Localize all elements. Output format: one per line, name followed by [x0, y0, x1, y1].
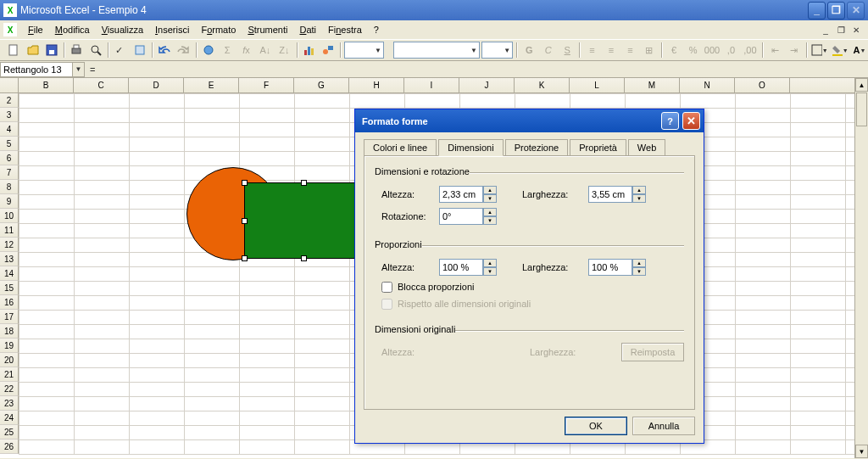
menu-strumenti[interactable]: Strumenti: [242, 23, 293, 36]
resize-handle-n[interactable]: [301, 180, 307, 186]
col-header-J[interactable]: J: [459, 78, 515, 92]
menu-modifica[interactable]: Modifica: [49, 23, 96, 36]
height-spinner[interactable]: ▲▼: [439, 186, 497, 203]
row-header-26[interactable]: 26: [0, 439, 19, 454]
row-header-7[interactable]: 7: [0, 165, 19, 180]
menu-file[interactable]: File: [22, 23, 49, 36]
zoom-combo[interactable]: ▼: [344, 42, 384, 59]
row-header-6[interactable]: 6: [0, 151, 19, 165]
resize-handle-s[interactable]: [301, 255, 307, 261]
menu-?[interactable]: ?: [368, 23, 385, 36]
row-header-5[interactable]: 5: [0, 137, 19, 151]
scroll-up-button[interactable]: ▲: [855, 78, 868, 92]
scale-width-down[interactable]: ▼: [632, 267, 646, 276]
resize-handle-sw[interactable]: [242, 255, 248, 261]
rotation-spinner[interactable]: ▲▼: [439, 208, 497, 225]
doc-restore-button[interactable]: ❐: [834, 24, 848, 36]
research-button[interactable]: [131, 41, 147, 59]
col-header-I[interactable]: I: [404, 78, 459, 92]
row-header-23[interactable]: 23: [0, 396, 19, 411]
dialog-titlebar[interactable]: Formato forme ? ✕: [355, 109, 704, 132]
tab-protezione[interactable]: Protezione: [505, 139, 569, 155]
row-header-22[interactable]: 22: [0, 382, 19, 396]
row-header-16[interactable]: 16: [0, 295, 19, 310]
scale-height-up[interactable]: ▲: [483, 259, 497, 267]
row-header-25[interactable]: 25: [0, 425, 19, 439]
row-header-15[interactable]: 15: [0, 281, 19, 295]
vertical-scrollbar[interactable]: ▲ ▼: [854, 78, 868, 458]
row-header-14[interactable]: 14: [0, 266, 19, 281]
row-header-17[interactable]: 17: [0, 310, 19, 324]
scale-width-up[interactable]: ▲: [632, 259, 646, 267]
height-down[interactable]: ▼: [483, 194, 497, 203]
width-input[interactable]: [588, 186, 632, 203]
col-header-K[interactable]: K: [515, 78, 570, 92]
menu-finestra[interactable]: Finestra: [322, 23, 368, 36]
drawing-button[interactable]: [320, 41, 337, 59]
menu-inserisci[interactable]: Inserisci: [149, 23, 195, 36]
width-up[interactable]: ▲: [632, 186, 646, 194]
scale-height-input[interactable]: [439, 259, 483, 276]
row-header-4[interactable]: 4: [0, 122, 19, 137]
row-header-18[interactable]: 18: [0, 324, 19, 339]
close-button[interactable]: ✕: [847, 2, 865, 20]
col-header-C[interactable]: C: [74, 78, 129, 92]
row-header-8[interactable]: 8: [0, 180, 19, 194]
menu-dati[interactable]: Dati: [293, 23, 322, 36]
size-combo[interactable]: ▼: [481, 42, 513, 59]
tab-web[interactable]: Web: [628, 139, 665, 155]
row-header-20[interactable]: 20: [0, 353, 19, 367]
scale-height-down[interactable]: ▼: [483, 267, 497, 276]
row-header-11[interactable]: 11: [0, 223, 19, 238]
cancel-button[interactable]: Annulla: [632, 417, 695, 435]
col-header-F[interactable]: F: [239, 78, 294, 92]
width-spinner[interactable]: ▲▼: [588, 186, 646, 203]
menu-visualizza[interactable]: Visualizza: [96, 23, 149, 36]
dialog-help-button[interactable]: ?: [661, 112, 679, 130]
menu-formato[interactable]: Formato: [195, 23, 242, 36]
row-header-24[interactable]: 24: [0, 411, 19, 425]
spell-button[interactable]: ✓: [112, 41, 129, 59]
rotation-input[interactable]: [439, 208, 483, 225]
col-header-N[interactable]: N: [680, 78, 735, 92]
chevron-down-icon[interactable]: ▼: [72, 63, 84, 76]
row-header-3[interactable]: 3: [0, 108, 19, 122]
col-header-E[interactable]: E: [184, 78, 239, 92]
name-box[interactable]: Rettangolo 13 ▼: [0, 62, 85, 77]
font-combo[interactable]: ▼: [393, 42, 480, 59]
doc-minimize-button[interactable]: _: [819, 24, 832, 36]
scroll-thumb[interactable]: [856, 92, 867, 126]
resize-handle-nw[interactable]: [242, 180, 248, 186]
maximize-button[interactable]: ❐: [827, 2, 845, 20]
row-header-13[interactable]: 13: [0, 252, 19, 266]
open-button[interactable]: [24, 41, 41, 59]
lock-aspect-checkbox[interactable]: Blocca proporzioni: [381, 278, 684, 295]
scale-width-input[interactable]: [588, 259, 632, 276]
col-header-O[interactable]: O: [735, 78, 790, 92]
scroll-down-button[interactable]: ▼: [855, 445, 868, 458]
col-header-L[interactable]: L: [570, 78, 625, 92]
rotation-down[interactable]: ▼: [483, 216, 497, 225]
ok-button[interactable]: OK: [565, 417, 627, 435]
new-button[interactable]: [5, 41, 22, 59]
row-header-9[interactable]: 9: [0, 194, 19, 209]
tab-proprietà[interactable]: Proprietà: [570, 139, 626, 155]
col-header-D[interactable]: D: [129, 78, 184, 92]
scale-width-spinner[interactable]: ▲▼: [588, 259, 646, 276]
font-color-button[interactable]: A▼: [851, 41, 868, 59]
height-up[interactable]: ▲: [483, 186, 497, 194]
select-all-corner[interactable]: [0, 78, 19, 92]
col-header-M[interactable]: M: [625, 78, 680, 92]
width-down[interactable]: ▼: [632, 194, 646, 203]
chart-button[interactable]: [301, 41, 318, 59]
row-header-2[interactable]: 2: [0, 93, 19, 108]
rotation-up[interactable]: ▲: [483, 208, 497, 216]
tab-colori-e-linee[interactable]: Colori e linee: [364, 139, 437, 155]
scale-height-spinner[interactable]: ▲▼: [439, 259, 497, 276]
col-header-G[interactable]: G: [294, 78, 349, 92]
row-header-19[interactable]: 19: [0, 339, 19, 353]
resize-handle-w[interactable]: [242, 218, 248, 224]
fill-color-button[interactable]: ▼: [831, 41, 849, 59]
redo-button[interactable]: [175, 41, 192, 59]
height-input[interactable]: [439, 186, 483, 203]
